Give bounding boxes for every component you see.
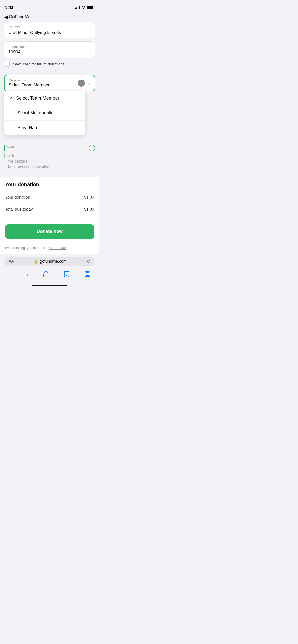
signal-icon bbox=[75, 6, 80, 9]
save-card-checkbox[interactable] bbox=[4, 61, 10, 67]
wifi-icon bbox=[82, 6, 86, 9]
info-icon[interactable]: i bbox=[89, 145, 95, 151]
safari-tabs-button[interactable] bbox=[83, 270, 92, 280]
reload-icon[interactable]: ↺ bbox=[87, 259, 91, 264]
country-field[interactable]: Country U.S. Minor Outlying Islands bbox=[4, 22, 95, 38]
total-label: Total due today bbox=[5, 207, 33, 212]
dropdown-item-scout[interactable]: Scout McLaughlin bbox=[4, 106, 85, 121]
safari-url-bar[interactable]: AA 🔒 gofundme.com ↺ bbox=[5, 257, 94, 266]
safari-share-button[interactable] bbox=[41, 270, 51, 280]
dropdown-option-select: Select Team Member bbox=[16, 96, 59, 101]
nav-back-label: GoFundMe bbox=[9, 14, 31, 19]
email-opt-in-partial: y on i bbox=[4, 145, 95, 151]
back-arrow-icon: ◀ bbox=[4, 14, 8, 20]
legal-prefix: By continuing, you agree with bbox=[5, 246, 48, 250]
home-indicator bbox=[0, 283, 99, 288]
svg-rect-0 bbox=[85, 272, 90, 277]
nav-bar: ◀ GoFundMe bbox=[0, 13, 99, 22]
avatar-placeholder-icon bbox=[78, 80, 85, 87]
battery-icon bbox=[87, 6, 94, 9]
dropdown-option-stevi: Stevi Hamill bbox=[17, 125, 42, 130]
page-wrapper: 9:41 ◀ GoFundMe bbox=[0, 0, 99, 288]
safari-aa-button[interactable]: AA bbox=[9, 259, 14, 264]
status-bar: 9:41 bbox=[0, 0, 99, 13]
donate-now-button[interactable]: Donate now bbox=[5, 224, 94, 239]
url-text: gofundme.com bbox=[40, 259, 67, 264]
donation-section-title: Your donation bbox=[5, 182, 94, 187]
donation-section: Your donation Your donation $1.00 Total … bbox=[0, 177, 99, 220]
dropdown-option-scout: Scout McLaughlin bbox=[17, 110, 54, 116]
section-divider bbox=[4, 172, 95, 172]
referred-by-dropdown-menu: ✓ Select Team Member Scout McLaughlin St… bbox=[4, 91, 85, 135]
status-icons bbox=[75, 6, 94, 9]
referred-selected-value: Select Team Member bbox=[9, 83, 49, 88]
referred-by-section: Referred by Select Team Member ⌄ ✓ Selec… bbox=[4, 75, 95, 91]
safari-back-button[interactable]: ‹ bbox=[7, 271, 13, 279]
postal-label: Postal code bbox=[8, 45, 91, 49]
country-field-wrapper: Country U.S. Minor Outlying Islands bbox=[4, 22, 95, 38]
email-text-partial-2: es from bbox=[4, 153, 95, 158]
donation-amount-label: Your donation bbox=[5, 195, 30, 200]
svg-rect-1 bbox=[86, 273, 89, 276]
donate-btn-wrapper: Donate now bbox=[0, 220, 99, 243]
scroll-content: Country U.S. Minor Outlying Islands Post… bbox=[0, 22, 99, 254]
save-card-label: Save card for future donations bbox=[13, 62, 64, 66]
lock-icon: 🔒 bbox=[34, 260, 38, 264]
safari-nav-buttons: ‹ › bbox=[5, 269, 94, 281]
donation-amount-row: Your donation $1.00 bbox=[5, 192, 94, 203]
email-text-unsubscribe: lives. Unsubscribe anytime. bbox=[4, 165, 95, 169]
legal-text-section: By continuing, you agree with GoFundMe bbox=[0, 243, 99, 254]
chevron-down-icon: ⌄ bbox=[87, 80, 91, 86]
postal-value: 19904 bbox=[8, 50, 91, 55]
check-mark-icon: ✓ bbox=[9, 95, 13, 101]
section-gap-1 bbox=[0, 71, 99, 75]
email-text-partial-1: y on bbox=[7, 145, 14, 149]
safari-forward-button[interactable]: › bbox=[24, 271, 30, 279]
safari-bar: AA 🔒 gofundme.com ↺ ‹ › bbox=[0, 254, 99, 283]
country-label: Country bbox=[8, 25, 91, 29]
dropdown-item-stevi[interactable]: Stevi Hamill bbox=[4, 121, 85, 135]
postal-code-field[interactable]: Postal code 19904 bbox=[4, 41, 95, 58]
url-group: 🔒 gofundme.com bbox=[34, 259, 67, 264]
donation-amount-value: $1.00 bbox=[84, 195, 94, 200]
country-value: U.S. Minor Outlying Islands bbox=[8, 30, 91, 35]
postal-code-wrapper: Postal code 19904 bbox=[4, 41, 95, 58]
referred-label: Referred by bbox=[9, 78, 49, 82]
email-text-partial-3: nge people's bbox=[4, 159, 95, 164]
total-row: Total due today $1.00 bbox=[5, 203, 94, 215]
referred-left: Referred by Select Team Member bbox=[9, 78, 49, 88]
nav-back-button[interactable]: ◀ GoFundMe bbox=[4, 14, 31, 20]
save-card-row: Save card for future donations bbox=[4, 61, 95, 67]
email-partial-text: y on bbox=[7, 145, 86, 149]
home-bar bbox=[32, 285, 67, 286]
referred-right: ⌄ bbox=[78, 80, 91, 87]
status-time: 9:41 bbox=[5, 5, 13, 10]
dropdown-item-select[interactable]: ✓ Select Team Member bbox=[4, 91, 85, 106]
safari-bookmarks-button[interactable] bbox=[62, 270, 72, 280]
gofundme-legal-link[interactable]: GoFundMe bbox=[49, 246, 66, 250]
total-value: $1.00 bbox=[84, 207, 94, 212]
referred-by-area: Referred by Select Team Member ⌄ ✓ Selec… bbox=[0, 75, 99, 169]
referred-by-dropdown[interactable]: Referred by Select Team Member ⌄ bbox=[4, 75, 95, 91]
